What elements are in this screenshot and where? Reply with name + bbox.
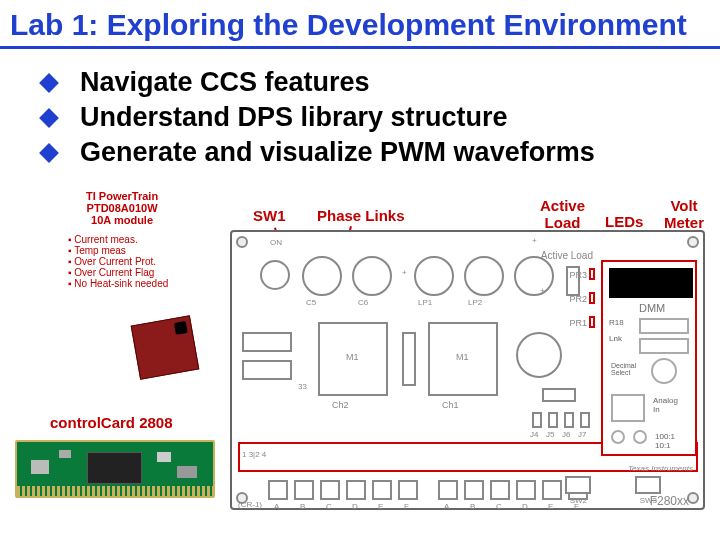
module-item: Temp meas	[74, 245, 126, 256]
conn-label: E	[378, 502, 383, 511]
cr-label: (CR-1)	[238, 500, 262, 509]
j-label: J7	[578, 430, 586, 439]
bullet-text: Generate and visualize PWM waveforms	[80, 137, 595, 168]
j-label: J5	[546, 430, 554, 439]
volt-meter-label: Volt Meter	[664, 198, 704, 231]
conn-label: E	[548, 502, 553, 511]
module-item: Over Current Prot.	[74, 256, 156, 267]
bullet-item: Generate and visualize PWM waveforms	[42, 137, 720, 168]
diamond-icon	[39, 108, 59, 128]
conn-label: A	[444, 502, 449, 511]
dmm-panel-highlight: DMM R18 Lnk DecimalSelect AnalogIn 100:1…	[601, 260, 697, 456]
conn-label: C	[496, 502, 502, 511]
conn-label: A	[274, 502, 279, 511]
module-item: Current meas.	[74, 234, 137, 245]
conn-label: B	[470, 502, 475, 511]
m-label: M1	[346, 352, 359, 362]
module-items: ▪ Current meas. ▪ Temp meas ▪ Over Curre…	[68, 234, 168, 289]
module-item: No Heat-sink needed	[74, 278, 168, 289]
phase-links-label: Phase Links	[317, 208, 405, 225]
pr-label: PR2	[569, 294, 587, 304]
module-l3: 10A module	[86, 214, 158, 226]
bullet-item: Navigate CCS features	[42, 67, 720, 98]
conn-label: C	[326, 502, 332, 511]
diamond-icon	[39, 143, 59, 163]
m-label: M1	[456, 352, 469, 362]
controlcard-label: controlCard 2808	[50, 415, 173, 432]
conn-label: D	[522, 502, 528, 511]
pr-label: PR3	[569, 270, 587, 280]
sw1-label: SW1	[253, 208, 286, 225]
board-text: F280xx	[650, 494, 689, 508]
ch-label: Ch1	[442, 400, 459, 410]
active-load-label: Active Load	[540, 198, 585, 231]
diamond-icon	[39, 73, 59, 93]
conn-label: F	[404, 502, 409, 511]
pin-label: 1 3|2 4	[242, 450, 266, 459]
j-label: J4	[530, 430, 538, 439]
controlcard-image	[15, 440, 215, 498]
activeload-text: Active Load	[541, 250, 593, 261]
bullet-text: Navigate CCS features	[80, 67, 370, 98]
pr-label: PR1	[569, 318, 587, 328]
ti-text: Texas Instruments	[628, 464, 693, 473]
bullet-text: Understand DPS library structure	[80, 102, 508, 133]
bullet-list: Navigate CCS features Understand DPS lib…	[0, 67, 720, 168]
dmm-text: DMM	[639, 302, 665, 314]
conn-label: D	[352, 502, 358, 511]
module-l2: PTD08A010W	[86, 202, 158, 214]
ch-label: Ch2	[332, 400, 349, 410]
leds-label: LEDs	[605, 214, 643, 231]
figure-area: TI PowerTrain PTD08A010W 10A module ▪ Cu…	[10, 190, 710, 520]
module-l1: TI PowerTrain	[86, 190, 158, 202]
bullet-item: Understand DPS library structure	[42, 102, 720, 133]
module-title: TI PowerTrain PTD08A010W 10A module	[86, 190, 158, 226]
conn-label: B	[300, 502, 305, 511]
module-item: Over Current Flag	[74, 267, 154, 278]
pcb-schematic: ON + + C5 C6 LP1 LP2 + Active Load PR3 P…	[230, 230, 705, 510]
j-label: J6	[562, 430, 570, 439]
slide-title: Lab 1: Exploring the Development Environ…	[0, 0, 720, 49]
power-module-image	[131, 315, 200, 380]
